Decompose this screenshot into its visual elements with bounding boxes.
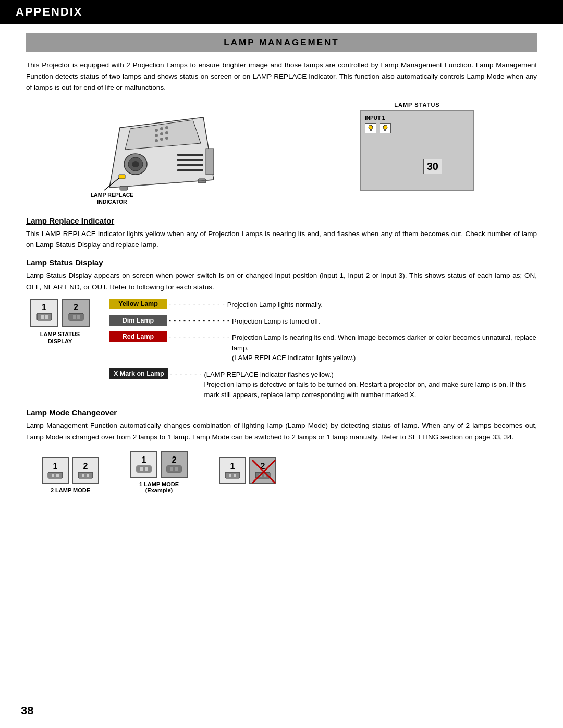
svg-rect-42 bbox=[145, 467, 148, 471]
lamp-icon-2 bbox=[380, 123, 391, 133]
svg-rect-49 bbox=[255, 472, 270, 478]
projector-diagram: LAMP REPLACEINDICATOR bbox=[89, 102, 235, 206]
svg-point-9 bbox=[155, 129, 158, 132]
lamp-status-section: 1 2 bbox=[26, 299, 537, 401]
svg-rect-7 bbox=[177, 164, 203, 166]
svg-rect-35 bbox=[52, 474, 54, 477]
lamp-status-label: LAMP STATUS bbox=[394, 102, 439, 108]
svg-rect-6 bbox=[177, 159, 203, 161]
svg-rect-31 bbox=[69, 313, 83, 320]
svg-rect-30 bbox=[45, 315, 48, 319]
svg-rect-41 bbox=[140, 467, 143, 471]
lamp-pair: 1 2 bbox=[30, 299, 90, 327]
mode-label-1lamp: 1 LAMP MODE(Example) bbox=[139, 481, 179, 493]
lamp-replace-text: This LAMP REPLACE indicator lights yello… bbox=[26, 228, 537, 251]
mode-label-2lamp: 2 LAMP MODE bbox=[51, 487, 90, 493]
svg-rect-46 bbox=[225, 472, 240, 478]
mode-lamp-2: 2 bbox=[72, 457, 99, 484]
mode-pair-1lamp-b: 1 2 bbox=[219, 457, 276, 484]
svg-point-10 bbox=[160, 127, 163, 130]
svg-rect-25 bbox=[370, 129, 372, 131]
lamp-status-number: 30 bbox=[423, 159, 442, 174]
svg-rect-43 bbox=[167, 466, 181, 472]
svg-rect-29 bbox=[41, 315, 44, 319]
status-desc-2: Projection Lamp is nearing its end. When… bbox=[232, 331, 537, 364]
svg-rect-51 bbox=[264, 474, 266, 477]
svg-rect-47 bbox=[229, 474, 231, 477]
svg-rect-27 bbox=[384, 129, 386, 131]
mode-1lamp-b-2: 2 bbox=[249, 457, 276, 484]
section-title: LAMP MANAGEMENT bbox=[224, 38, 339, 47]
lamp-replace-heading: Lamp Replace Indicator bbox=[26, 216, 537, 225]
lamp-replace-indicator-label: LAMP REPLACEINDICATOR bbox=[89, 192, 136, 206]
status-desc-3: (LAMP REPLACE indicator flashes yellow.)… bbox=[204, 368, 537, 401]
lamp-mode-heading: Lamp Mode Changeover bbox=[26, 408, 537, 417]
status-dashes-0: - - - - - - - - - - - - bbox=[167, 299, 227, 309]
svg-point-17 bbox=[165, 137, 168, 140]
status-dashes-3: - - - - - - - bbox=[168, 368, 204, 379]
svg-rect-32 bbox=[73, 315, 76, 319]
lamp-icons-row bbox=[365, 123, 391, 133]
status-row: Red Lamp - - - - - - - - - - - - - Proje… bbox=[109, 331, 537, 364]
svg-rect-45 bbox=[175, 467, 178, 471]
svg-rect-50 bbox=[259, 474, 262, 477]
lamp-status-diagram: LAMP STATUS INPUT 1 30 bbox=[360, 102, 474, 191]
mode-group-1lamp-b: 1 2 bbox=[219, 457, 276, 493]
svg-point-24 bbox=[369, 125, 373, 129]
status-row: Dim Lamp - - - - - - - - - - - - - Proje… bbox=[109, 315, 537, 328]
mode-group-2lamp: 1 2 2 LAMP MODE bbox=[42, 457, 99, 493]
svg-rect-33 bbox=[77, 315, 80, 319]
svg-rect-18 bbox=[119, 175, 125, 179]
svg-rect-5 bbox=[177, 154, 203, 156]
svg-point-4 bbox=[132, 161, 139, 167]
svg-rect-38 bbox=[82, 474, 84, 477]
svg-point-12 bbox=[155, 134, 158, 137]
status-desc-0: Projection Lamp lights normally. bbox=[227, 299, 323, 311]
status-dashes-2: - - - - - - - - - - - - - bbox=[167, 331, 232, 342]
svg-rect-40 bbox=[137, 466, 151, 472]
page-number: 38 bbox=[21, 704, 33, 718]
lamp-status-heading: Lamp Status Display bbox=[26, 258, 537, 267]
svg-rect-34 bbox=[48, 472, 63, 478]
mode-label-1lamp-b bbox=[247, 487, 248, 493]
lamp-status-text: Lamp Status Display appears on screen wh… bbox=[26, 270, 537, 292]
mode-1lamp-1: 1 bbox=[130, 451, 157, 478]
svg-point-13 bbox=[160, 132, 163, 135]
lamp-mode-section: 1 2 2 LAMP MODE 1 2 bbox=[42, 451, 537, 493]
svg-point-14 bbox=[165, 131, 168, 134]
projector-svg: LAMP REPLACEINDICATOR bbox=[89, 102, 235, 206]
mode-lamp-1: 1 bbox=[42, 457, 69, 484]
mode-group-1lamp-a: 1 2 1 LAMP MODE(Example) bbox=[130, 451, 188, 493]
appendix-title: APPENDIX bbox=[16, 5, 82, 18]
lamp-box-1: 1 bbox=[30, 299, 58, 327]
input-label: INPUT 1 bbox=[365, 115, 385, 121]
mode-1lamp-2: 2 bbox=[161, 451, 188, 478]
status-badge-1: Dim Lamp bbox=[109, 315, 167, 326]
svg-point-11 bbox=[165, 126, 168, 129]
lamp-status-screen: INPUT 1 30 bbox=[360, 110, 474, 191]
intro-text: This Projector is equipped with 2 Projec… bbox=[26, 59, 537, 93]
svg-point-26 bbox=[383, 125, 387, 129]
svg-rect-39 bbox=[87, 474, 89, 477]
status-badge-2: Red Lamp bbox=[109, 331, 167, 342]
lamp-mode-text: Lamp Management Function automatically c… bbox=[26, 420, 537, 442]
appendix-header: APPENDIX bbox=[0, 0, 563, 24]
svg-rect-8 bbox=[177, 169, 203, 171]
diagram-row: LAMP REPLACEINDICATOR LAMP STATUS INPUT … bbox=[26, 102, 537, 206]
lamp-icon-1 bbox=[365, 123, 376, 133]
lamp-display-label: LAMP STATUSDISPLAY bbox=[40, 330, 80, 346]
svg-rect-48 bbox=[234, 474, 236, 477]
mode-pair-2lamp: 1 2 bbox=[42, 457, 99, 484]
svg-rect-28 bbox=[37, 313, 52, 320]
section-title-bar: LAMP MANAGEMENT bbox=[26, 33, 537, 52]
svg-rect-37 bbox=[78, 472, 93, 478]
lamp-display-left: 1 2 bbox=[26, 299, 94, 346]
mode-pair-1lamp-a: 1 2 bbox=[130, 451, 188, 478]
svg-rect-23 bbox=[206, 149, 214, 175]
mode-1lamp-b-1: 1 bbox=[219, 457, 246, 484]
lamp-box-2: 2 bbox=[62, 299, 90, 327]
status-row: Yellow Lamp - - - - - - - - - - - - Proj… bbox=[109, 299, 537, 311]
svg-point-16 bbox=[160, 138, 163, 141]
status-badge-3: X Mark on Lamp bbox=[109, 368, 168, 379]
status-badge-0: Yellow Lamp bbox=[109, 299, 167, 309]
